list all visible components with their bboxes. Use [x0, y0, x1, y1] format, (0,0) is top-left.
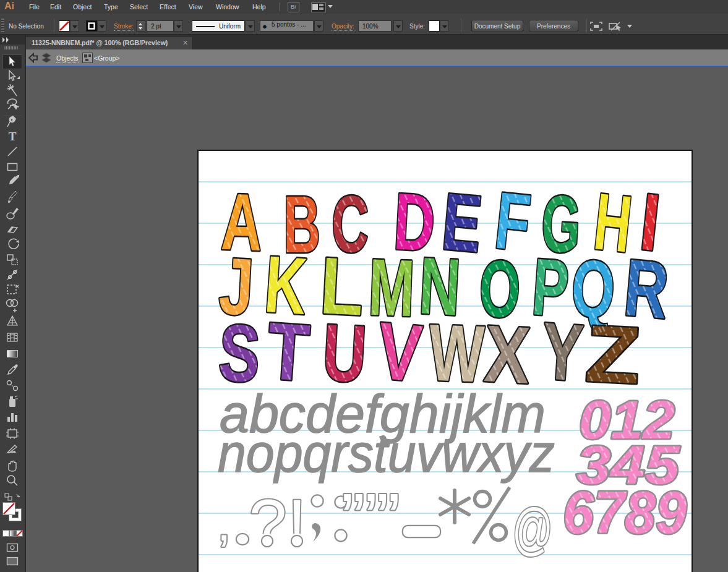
svg-text:””: ”” — [341, 479, 389, 558]
svg-text:@: @ — [512, 497, 553, 560]
svg-text:’: ’ — [386, 479, 402, 558]
svg-text:,: , — [217, 496, 231, 551]
svg-text:T: T — [9, 130, 17, 143]
svg-text:Z: Z — [583, 308, 643, 401]
svg-text:6789: 6789 — [563, 479, 687, 546]
svg-text:nopqrstuvwxyz: nopqrstuvwxyz — [218, 422, 555, 484]
svg-text:Y: Y — [539, 305, 586, 398]
